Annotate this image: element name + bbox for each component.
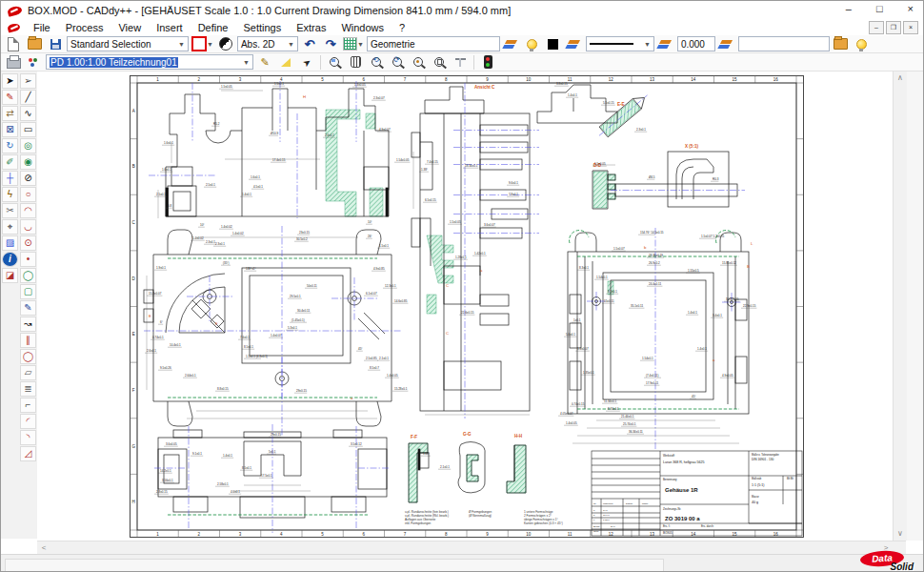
- pencil-tool[interactable]: ✎: [2, 90, 18, 105]
- scroll-up-icon[interactable]: ∧: [894, 72, 907, 85]
- concentric-circle-tool[interactable]: ◉: [20, 154, 36, 170]
- arc-3point-tool[interactable]: ◡: [20, 219, 36, 235]
- modify-pencil-tool[interactable]: ✐: [2, 154, 18, 170]
- save-button[interactable]: [46, 35, 65, 53]
- line-tool[interactable]: ╱: [20, 90, 36, 105]
- attribute-field[interactable]: [738, 36, 830, 51]
- parallel-line-tool[interactable]: ∥: [20, 333, 36, 348]
- fillet-tool[interactable]: ◜: [20, 414, 36, 429]
- redraw-status-button[interactable]: [478, 53, 497, 72]
- pan-button[interactable]: [346, 53, 365, 72]
- menu-windows[interactable]: Windows: [333, 22, 392, 33]
- pen-color-button[interactable]: ▼: [191, 35, 214, 53]
- color-settings-button[interactable]: [25, 53, 44, 72]
- sketch-tool[interactable]: ✎: [20, 300, 36, 316]
- line-width-field[interactable]: 0.000: [677, 36, 715, 51]
- open-file-button[interactable]: [25, 35, 44, 53]
- move-tool[interactable]: ⇄: [2, 106, 18, 121]
- lamp-pen-button[interactable]: ✎: [255, 53, 274, 72]
- line-style-combo[interactable]: ▼: [586, 36, 654, 51]
- group-folder-button[interactable]: [832, 35, 851, 53]
- circle-point-tool[interactable]: ⊙: [20, 235, 36, 251]
- select-arrow-tool[interactable]: ➤: [2, 73, 18, 89]
- pick-arrow-tool[interactable]: ➢: [20, 73, 36, 89]
- line-color-button[interactable]: [544, 35, 563, 53]
- arc-tool[interactable]: ◠: [20, 203, 36, 218]
- offset-ellipse-tool[interactable]: ◯: [20, 349, 36, 364]
- width-layer-button[interactable]: [717, 35, 736, 53]
- circle-tool[interactable]: ○: [20, 187, 36, 202]
- polyline-tool[interactable]: ϟ: [2, 187, 18, 202]
- mdi-minimize-button[interactable]: –: [869, 21, 884, 34]
- info-tool[interactable]: i: [2, 252, 18, 267]
- print-button[interactable]: [4, 53, 23, 72]
- pointer-button[interactable]: ➤: [297, 53, 316, 72]
- zoom-previous-button[interactable]: [367, 53, 386, 72]
- snap-grid-tool[interactable]: ┼: [2, 171, 18, 186]
- menu-?[interactable]: ?: [392, 22, 412, 33]
- geometry-layer-field[interactable]: Geometrie: [367, 36, 500, 51]
- horizontal-scrollbar[interactable]: < >: [37, 541, 906, 555]
- drawing-canvas[interactable]: 1122334455667788991010111112121313141415…: [37, 72, 893, 541]
- mdi-restore-button[interactable]: ❐: [886, 21, 901, 34]
- rotate-tool[interactable]: ↻: [2, 138, 18, 153]
- mdi-close-button[interactable]: ×: [903, 21, 918, 34]
- zoom-redo-button[interactable]: [388, 53, 407, 72]
- multiline-tool[interactable]: ≣: [20, 381, 36, 397]
- freehand-curve-tool[interactable]: ↝: [20, 317, 36, 332]
- display-mode-button[interactable]: [216, 35, 235, 53]
- menu-view[interactable]: View: [110, 22, 149, 33]
- coordinate-mode-combo[interactable]: Abs. 2D▼: [237, 36, 298, 51]
- chamfer-tool[interactable]: ◿: [20, 446, 36, 461]
- circle-center-tool[interactable]: ◎: [20, 138, 36, 153]
- circle-tangent-tool[interactable]: ⊘: [20, 171, 36, 186]
- box-3d-tool[interactable]: ▱: [20, 365, 36, 380]
- zoom-window-button[interactable]: [325, 53, 344, 72]
- cut-copy-tool[interactable]: ✂: [2, 203, 18, 218]
- svg-text-label: B: [747, 264, 750, 269]
- svg-text-label: 35.1±0.11: [631, 304, 643, 308]
- layer-manager-button[interactable]: [502, 35, 521, 53]
- contour-tool[interactable]: ⌐: [20, 398, 36, 413]
- close-button[interactable]: ×: [908, 3, 914, 14]
- linestyle-layer-button[interactable]: [656, 35, 675, 53]
- ruler-button[interactable]: [276, 53, 295, 72]
- vertical-scrollbar[interactable]: ∧ ∨: [893, 72, 907, 541]
- new-file-button[interactable]: [4, 35, 23, 53]
- hatch-tool[interactable]: ▨: [2, 235, 18, 251]
- selection-mode-combo[interactable]: Standard Selection▼: [67, 36, 189, 51]
- menu-define[interactable]: Define: [191, 22, 236, 33]
- zoom-page-button[interactable]: [430, 53, 449, 72]
- menu-insert[interactable]: Insert: [149, 22, 191, 33]
- fillet-corner-tool[interactable]: ◝: [20, 430, 36, 445]
- menu-file[interactable]: File: [26, 22, 58, 33]
- layer-visibility-button[interactable]: [523, 35, 542, 53]
- maximize-button[interactable]: □: [876, 3, 883, 14]
- delete-selection-tool[interactable]: ⊠: [2, 122, 18, 137]
- zoom-settings-button[interactable]: [409, 53, 428, 72]
- grid-button[interactable]: ▼: [342, 35, 365, 53]
- svg-text-label: 1.4±0.1: [697, 347, 707, 351]
- svg-text-label: 10: [526, 77, 532, 82]
- eraser-tool[interactable]: ◪: [2, 268, 18, 283]
- undo-button[interactable]: ↶: [300, 35, 319, 53]
- minimize-button[interactable]: –: [846, 3, 852, 14]
- rectangle-tool[interactable]: ▭: [20, 122, 36, 137]
- spline-tool[interactable]: ∿: [20, 106, 36, 121]
- svg-text-label: Ø10.9: [271, 132, 279, 135]
- part-drawing-combo[interactable]: PD 1.00:1.00 Teilzeichnung01▼: [46, 54, 253, 70]
- scroll-down-icon[interactable]: ∨: [894, 527, 907, 541]
- tsquare-button[interactable]: [451, 53, 470, 72]
- svg-text-label: BOX05: [663, 531, 673, 535]
- slot-tool[interactable]: ▢: [20, 284, 36, 299]
- compass-measure-tool[interactable]: ⌖: [2, 219, 18, 235]
- scroll-left-icon[interactable]: <: [37, 541, 50, 555]
- menu-process[interactable]: Process: [58, 22, 111, 33]
- ellipse-tool[interactable]: ◯: [20, 268, 36, 283]
- point-tool[interactable]: •: [20, 252, 36, 267]
- menu-settings[interactable]: Settings: [235, 22, 289, 33]
- menu-extras[interactable]: Extras: [289, 22, 333, 33]
- redo-button[interactable]: ↷: [321, 35, 340, 53]
- highlight-button[interactable]: [853, 35, 872, 53]
- color-layer-button[interactable]: [565, 35, 584, 53]
